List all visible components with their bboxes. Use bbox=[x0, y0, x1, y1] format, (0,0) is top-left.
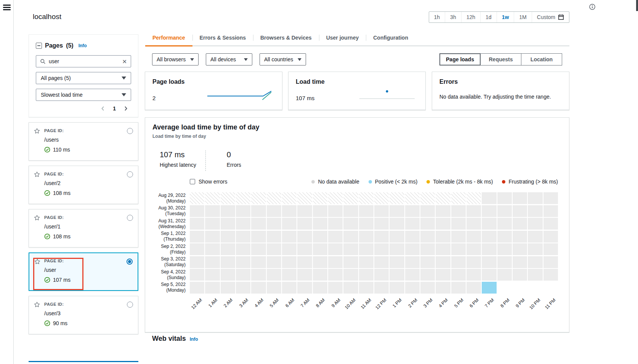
heatmap-cell bbox=[343, 269, 358, 281]
latency-value: 108 ms bbox=[53, 233, 71, 239]
pages-filter-select[interactable]: All pages (5) bbox=[36, 72, 131, 84]
calendar-icon bbox=[558, 14, 564, 20]
heatmap-row-label: Sep 2, 2022(Friday) bbox=[152, 244, 186, 255]
page-list-item-selected[interactable]: PAGE ID: /user 107 ms bbox=[29, 252, 138, 291]
card-value: 2 bbox=[152, 95, 155, 101]
star-icon[interactable] bbox=[34, 171, 40, 177]
heatmap-cell bbox=[482, 269, 496, 281]
load-time-card: Load time 107 ms bbox=[288, 72, 426, 110]
tab-performance[interactable]: Performance bbox=[145, 30, 192, 46]
heatmap-cell bbox=[390, 282, 404, 294]
heatmap-cell bbox=[297, 256, 312, 268]
heatmap-cell bbox=[482, 282, 496, 294]
collapse-panel-icon[interactable] bbox=[36, 43, 42, 49]
heatmap-cell bbox=[328, 205, 343, 217]
page-list-item[interactable]: PAGE ID: /users 110 ms bbox=[29, 122, 138, 161]
time-option-1d[interactable]: 1d bbox=[481, 12, 497, 22]
time-option-12h[interactable]: 12h bbox=[462, 12, 481, 22]
legend-label: Positive (< 2k ms) bbox=[375, 179, 418, 185]
heatmap-cell bbox=[267, 231, 281, 243]
show-errors-label: Show errors bbox=[199, 179, 227, 185]
heatmap-cell bbox=[328, 256, 343, 268]
devices-filter-select[interactable]: All devices bbox=[206, 53, 252, 65]
page-radio-button-selected[interactable] bbox=[127, 259, 133, 265]
page-list-item[interactable]: PAGE ID: /user/3 90 ms bbox=[29, 296, 138, 334]
toggle-requests[interactable]: Requests bbox=[480, 53, 521, 65]
page-list-item[interactable]: PAGE ID: /user/2 108 ms bbox=[29, 166, 138, 204]
heatmap-controls: Show errors No data availablePositive (<… bbox=[190, 179, 558, 185]
page-list-item[interactable]: PAGE ID: /user/1 108 ms bbox=[29, 209, 138, 247]
star-icon[interactable] bbox=[34, 302, 40, 308]
countries-filter-select[interactable]: All countries bbox=[260, 53, 306, 65]
checkbox-icon[interactable] bbox=[190, 179, 195, 184]
page-id-value: /user/2 bbox=[44, 180, 133, 186]
legend-label: Frustrating (> 8k ms) bbox=[508, 179, 558, 185]
heatmap-cell bbox=[267, 205, 281, 217]
tab-configuration[interactable]: Configuration bbox=[366, 30, 415, 46]
tab-browsers-devices[interactable]: Browsers & Devices bbox=[253, 30, 319, 46]
page-radio-button[interactable] bbox=[127, 128, 133, 134]
time-option-1w[interactable]: 1w bbox=[497, 12, 515, 22]
toggle-location[interactable]: Location bbox=[521, 53, 562, 65]
chevron-down-icon bbox=[244, 58, 248, 61]
x-axis-label: 2 AM bbox=[221, 297, 235, 315]
sort-order-select[interactable]: Slowest load time bbox=[36, 89, 131, 101]
heatmap-cell bbox=[282, 205, 297, 217]
x-axis-label: 2 PM bbox=[405, 297, 420, 315]
pages-panel: Pages (5) Info ✕ All pages (5) Slowest l… bbox=[29, 34, 138, 334]
toggle-page-loads[interactable]: Page loads bbox=[439, 53, 481, 65]
page-radio-button[interactable] bbox=[127, 302, 133, 308]
hamburger-menu-icon[interactable] bbox=[3, 5, 11, 11]
x-axis-label: 12 PM bbox=[374, 297, 389, 315]
heatmap-cell bbox=[343, 205, 358, 217]
pages-search-input[interactable] bbox=[49, 58, 119, 64]
page-radio-button[interactable] bbox=[127, 215, 133, 221]
heatmap-cell bbox=[190, 205, 204, 217]
heatmap-cell bbox=[313, 243, 327, 255]
scrollbar-thumb[interactable] bbox=[636, 0, 638, 11]
heatmap-row-label: Sep 4, 2022(Sunday) bbox=[152, 269, 186, 281]
heatmap-cell bbox=[221, 282, 235, 294]
heatmap-row: Sep 5, 2022(Monday) bbox=[152, 282, 558, 294]
page-radio-button[interactable] bbox=[127, 171, 133, 177]
heatmap-cell bbox=[390, 218, 404, 230]
pages-count: (5) bbox=[66, 42, 74, 49]
pages-info-link[interactable]: Info bbox=[79, 43, 87, 48]
x-axis-label: 6 AM bbox=[282, 297, 297, 315]
info-icon[interactable] bbox=[589, 4, 595, 10]
browsers-filter-select[interactable]: All browsers bbox=[152, 53, 199, 65]
x-axis-label: 11 AM bbox=[359, 297, 374, 315]
heatmap-cell bbox=[451, 192, 466, 204]
x-axis-label: 7 AM bbox=[297, 297, 312, 315]
star-icon[interactable] bbox=[34, 259, 40, 265]
heatmap-cell bbox=[482, 231, 496, 243]
heatmap-cell bbox=[359, 282, 374, 294]
time-option-1M[interactable]: 1M bbox=[514, 12, 532, 22]
star-icon[interactable] bbox=[34, 215, 40, 221]
heatmap-row-label: Sep 3, 2022(Saturday) bbox=[152, 256, 186, 268]
web-vitals-info-link[interactable]: Info bbox=[190, 337, 198, 342]
show-errors-toggle[interactable]: Show errors bbox=[190, 179, 227, 185]
star-icon[interactable] bbox=[34, 128, 40, 134]
tab-errors-sessions[interactable]: Errors & Sessions bbox=[192, 30, 253, 46]
heatmap-cell bbox=[436, 243, 450, 255]
chevron-down-icon bbox=[190, 58, 194, 61]
heatmap-cell bbox=[390, 256, 404, 268]
heatmap-cell bbox=[543, 192, 558, 204]
heatmap-cell bbox=[236, 218, 250, 230]
latency-value: 90 ms bbox=[53, 320, 67, 326]
heatmap-cell bbox=[390, 243, 404, 255]
heatmap-cell bbox=[236, 231, 250, 243]
heatmap: Aug 29, 2022(Monday)Aug 30, 2022(Tuesday… bbox=[152, 192, 558, 315]
heatmap-cell bbox=[374, 218, 389, 230]
tab-user-journey[interactable]: User journey bbox=[319, 30, 366, 46]
time-option-3h[interactable]: 3h bbox=[445, 12, 462, 22]
heatmap-cell bbox=[236, 192, 250, 204]
heatmap-cell bbox=[390, 205, 404, 217]
time-option-1h[interactable]: 1h bbox=[429, 12, 446, 22]
heatmap-cell bbox=[543, 282, 558, 294]
previous-page-button[interactable] bbox=[100, 105, 106, 112]
next-page-button[interactable] bbox=[123, 105, 129, 112]
time-option-custom[interactable]: Custom bbox=[532, 12, 569, 22]
clear-search-icon[interactable]: ✕ bbox=[122, 59, 127, 64]
